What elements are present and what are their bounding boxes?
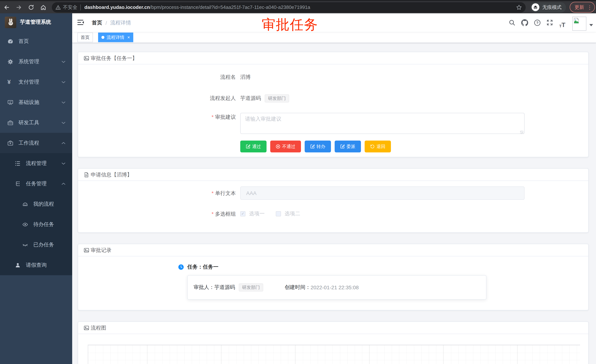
chevron-down-icon [61,60,66,63]
yen-icon: ¥ [7,79,13,85]
briefcase-icon [7,140,13,146]
card-header: 申请信息【滔博】 [78,169,588,181]
checkbox-checked-icon: ✓ [240,211,246,216]
caret-down-icon[interactable] [589,24,593,26]
avatar[interactable] [572,17,586,31]
security-label[interactable]: 不安全 [63,4,77,11]
back-icon[interactable] [1,2,12,12]
record-detail-card: 审批人：芋道源码 研发部门 创建时间： 2022-01-21 22:35:08 [187,275,486,300]
page: 不安全 dashboard.yudao.iocoder.cn/bpm/proce… [0,0,596,364]
breadcrumb-home[interactable]: 首页 [92,20,102,26]
url-text[interactable]: dashboard.yudao.iocoder.cn/bpm/process-i… [84,4,516,10]
active-tab-dot [101,36,104,39]
button-label: 退回 [376,143,385,150]
header-actions: ? TT [507,13,593,32]
logo-row[interactable]: 芋道管理系统 [0,13,72,31]
reject-button[interactable]: 不通过 [270,141,301,153]
bookmark-star-icon[interactable] [516,4,522,10]
dept-tag: 研发部门 [239,283,263,291]
created-time-prefix: 创建时间： [285,284,311,291]
circle-x-icon [276,144,280,149]
resize-grip[interactable] [520,131,523,134]
card-header: 审批记录 [78,244,588,256]
sidebar-item-infra[interactable]: 基础设施 [0,92,72,112]
checkbox-group-label: 多选框组 [78,210,240,218]
sidebar-item-system[interactable]: 系统管理 [0,51,72,72]
robot-icon [22,201,28,207]
font-size-icon[interactable]: TT [557,17,568,28]
update-button[interactable]: 更新 ⋮ [570,2,595,13]
created-time-value: 2022-01-21 22:35:08 [311,284,359,290]
approve-records-card: 审批记录 任务：任务一 审批人：芋道源码 研发部门 [78,244,589,310]
delegate-button[interactable]: 委派 [335,141,361,153]
sidebar-item-todo-tasks[interactable]: 待办任务 [0,214,72,234]
github-icon[interactable] [519,17,530,28]
browser-menu-icon[interactable]: ⋮ [587,5,592,9]
sidebar-item-leave-query[interactable]: 请假查询 [0,255,72,275]
dashboard-icon [7,38,13,44]
flow-diagram-card: 流程图 [78,321,589,364]
chevron-up-icon [61,182,66,185]
button-label: 委派 [346,143,355,150]
incognito-label: 无痕模式 [542,4,562,11]
checkbox-option-1[interactable]: ✓ 选项一 [240,211,265,217]
close-icon[interactable]: × [127,35,130,39]
bpmn-canvas[interactable] [88,345,580,364]
approve-button[interactable]: 通过 [240,141,267,153]
approve-task-card: 审批任务【任务一】 流程名 滔博 流程发起人 芋道源码 研发部门 [78,52,589,157]
chevron-down-icon [61,121,66,124]
starter-name: 芋道源码 [240,94,261,102]
logo-image [5,16,16,28]
reload-icon[interactable] [26,2,37,12]
return-button[interactable]: 退回 [365,141,391,153]
user-icon [15,262,21,268]
fullscreen-icon[interactable] [544,17,555,28]
opinion-label: 审批建议 [78,113,240,121]
opinion-textarea[interactable] [240,113,525,134]
help-icon[interactable]: ? [532,17,543,28]
card-body: 任务：任务一 审批人：芋道源码 研发部门 创建时间： 2022-01-21 22… [78,256,588,310]
clock-icon [178,264,184,270]
tab-home[interactable]: 首页 [77,32,93,42]
incognito-badge: 无痕模式 [530,2,566,12]
edit-icon [340,144,345,149]
checkbox-label: 选项一 [249,211,265,217]
checkbox-label: 选项二 [285,211,300,217]
sidebar-item-workflow[interactable]: 工作流程 [0,133,72,153]
sidebar-fold-icon[interactable] [77,19,84,26]
checkbox-group: ✓ 选项一 选项二 [240,210,311,218]
address-bar[interactable]: 不安全 dashboard.yudao.iocoder.cn/bpm/proce… [52,2,526,12]
breadcrumb-separator: / [105,20,107,26]
sidebar-item-task-mgmt[interactable]: 任务管理 [0,174,72,194]
checkbox-option-2[interactable]: 选项二 [276,211,300,217]
browser-toolbar: 不安全 dashboard.yudao.iocoder.cn/bpm/proce… [0,0,596,13]
list-icon [15,160,21,166]
search-icon[interactable] [507,17,518,28]
sidebar-item-label: 请假查询 [26,262,47,268]
button-label: 通过 [252,143,261,150]
main-header: 首页 / 流程详情 审批任务 ? TT [72,13,596,32]
card-header: 流程图 [78,322,588,334]
divider [80,4,81,10]
single-text-input[interactable] [240,186,525,200]
sidebar-item-home[interactable]: 首页 [0,31,72,51]
transfer-button[interactable]: 转办 [305,141,331,153]
forward-icon[interactable] [13,2,24,12]
sidebar-item-payment[interactable]: ¥ 支付管理 [0,72,72,92]
single-text-label: 单行文本 [78,189,240,197]
home-icon[interactable] [38,2,49,12]
app-title: 芋道管理系统 [20,19,51,26]
sidebar-item-process-mgmt[interactable]: 流程管理 [0,153,72,174]
tab-process-detail[interactable]: 流程详情 × [98,32,133,42]
card-header: 审批任务【任务一】 [78,52,588,64]
approver-prefix: 审批人： [194,284,214,291]
sidebar-item-my-process[interactable]: 我的流程 [0,194,72,214]
sidebar-item-done-tasks[interactable]: 已办任务 [0,234,72,255]
insecure-warning-icon[interactable] [56,5,61,10]
page-content: 审批任务【任务一】 流程名 滔博 流程发起人 芋道源码 研发部门 [72,43,596,364]
task-title: 任务：任务一 [187,264,218,270]
monitor-icon [7,99,13,105]
main-area: 首页 / 流程详情 审批任务 ? TT [72,13,596,364]
card-body: 流程名 滔博 流程发起人 芋道源码 研发部门 审批建议 [78,64,588,157]
sidebar-item-devtools[interactable]: 研发工具 [0,112,72,133]
